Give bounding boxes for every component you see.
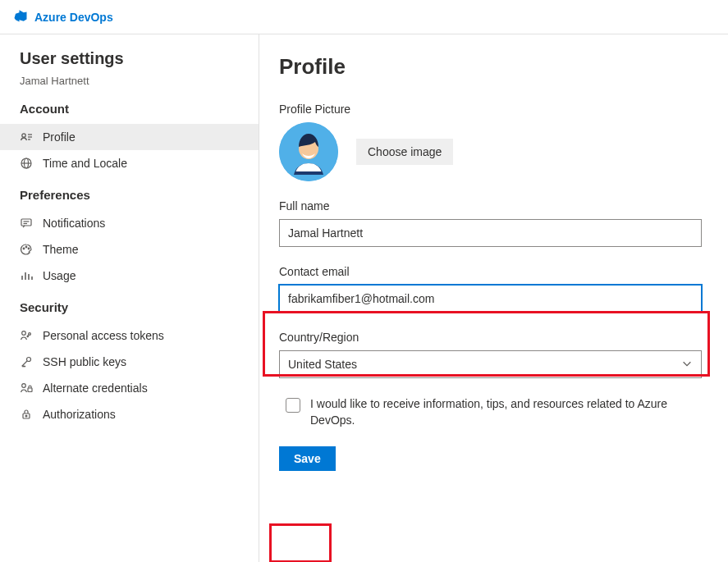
optin-row: I would like to receive information, tip…: [279, 396, 689, 428]
sidebar-item-theme[interactable]: Theme: [0, 236, 259, 263]
sidebar-item-label: Personal access tokens: [43, 329, 164, 342]
full-name-block: Full name: [279, 199, 702, 247]
optin-checkbox[interactable]: [286, 398, 300, 413]
sidebar-item-notifications[interactable]: Notifications: [0, 210, 259, 236]
section-account-label: Account: [20, 102, 259, 116]
sidebar-item-alt-creds[interactable]: Alternate credentials: [0, 375, 259, 401]
profile-picture-label: Profile Picture: [279, 103, 702, 116]
svg-point-17: [22, 331, 26, 336]
sidebar: User settings Jamal Hartnett Account Pro…: [0, 34, 259, 562]
svg-point-12: [28, 248, 30, 249]
bar-chart-icon: [20, 269, 33, 282]
sidebar-item-label: Usage: [43, 269, 76, 282]
choose-image-button[interactable]: Choose image: [356, 139, 453, 165]
svg-point-0: [22, 134, 25, 137]
top-header: Azure DevOps: [0, 0, 728, 34]
page-title: Profile: [279, 54, 702, 80]
country-value: United States: [288, 358, 357, 371]
sidebar-item-profile[interactable]: Profile: [0, 124, 259, 150]
message-icon: [20, 217, 33, 230]
sidebar-item-label: SSH public keys: [43, 355, 126, 368]
svg-point-23: [25, 415, 27, 417]
sidebar-item-label: Authorizations: [43, 408, 116, 421]
chevron-down-icon: [681, 358, 693, 372]
svg-point-19: [27, 358, 31, 362]
sidebar-subtitle: Jamal Hartnett: [20, 75, 259, 87]
country-select[interactable]: United States: [279, 350, 702, 378]
lock-person-icon: [20, 382, 33, 395]
svg-point-20: [22, 384, 26, 388]
sidebar-item-label: Theme: [43, 243, 79, 256]
key-icon: [20, 355, 33, 368]
optin-label: I would like to receive information, tip…: [310, 396, 689, 428]
brand-logo[interactable]: Azure DevOps: [13, 8, 113, 25]
nav-account: Profile Time and Locale: [0, 124, 259, 176]
main-content: Profile Profile Picture Choose image: [259, 34, 728, 562]
globe-icon: [20, 157, 33, 170]
sidebar-item-usage[interactable]: Usage: [0, 263, 259, 289]
sidebar-item-time-locale[interactable]: Time and Locale: [0, 150, 259, 176]
full-name-input[interactable]: [279, 219, 702, 247]
sidebar-item-label: Profile: [43, 130, 76, 144]
svg-point-10: [23, 248, 25, 249]
nav-security: Personal access tokens SSH public keys: [0, 322, 259, 427]
svg-rect-21: [28, 388, 32, 392]
svg-rect-7: [21, 219, 31, 226]
sidebar-item-label: Alternate credentials: [43, 382, 148, 395]
save-button[interactable]: Save: [279, 446, 336, 471]
lock-icon: [20, 408, 33, 421]
sidebar-item-label: Notifications: [43, 217, 105, 230]
svg-point-11: [25, 246, 27, 248]
section-preferences-label: Preferences: [20, 188, 259, 202]
sidebar-title: User settings: [20, 49, 259, 68]
key-person-icon: [20, 329, 33, 342]
contact-email-label: Contact email: [279, 265, 702, 278]
brand-text: Azure DevOps: [34, 11, 113, 24]
nav-preferences: Notifications Theme Usag: [0, 210, 259, 289]
sidebar-item-ssh[interactable]: SSH public keys: [0, 349, 259, 375]
full-name-label: Full name: [279, 199, 702, 212]
section-security-label: Security: [20, 300, 259, 314]
sidebar-item-label: Time and Locale: [43, 157, 127, 170]
azure-devops-icon: [13, 8, 28, 25]
person-card-icon: [20, 130, 33, 144]
contact-email-input[interactable]: [279, 285, 702, 313]
sidebar-item-authorizations[interactable]: Authorizations: [0, 401, 259, 427]
sidebar-item-pat[interactable]: Personal access tokens: [0, 322, 259, 349]
svg-point-18: [29, 333, 31, 336]
country-label: Country/Region: [279, 331, 702, 344]
contact-email-block: Contact email: [279, 265, 702, 313]
paint-icon: [20, 243, 33, 256]
country-block: Country/Region United States: [279, 331, 702, 378]
annotation-save: [269, 523, 332, 562]
avatar: [279, 122, 338, 181]
profile-picture-block: Profile Picture Choose image: [279, 103, 702, 181]
